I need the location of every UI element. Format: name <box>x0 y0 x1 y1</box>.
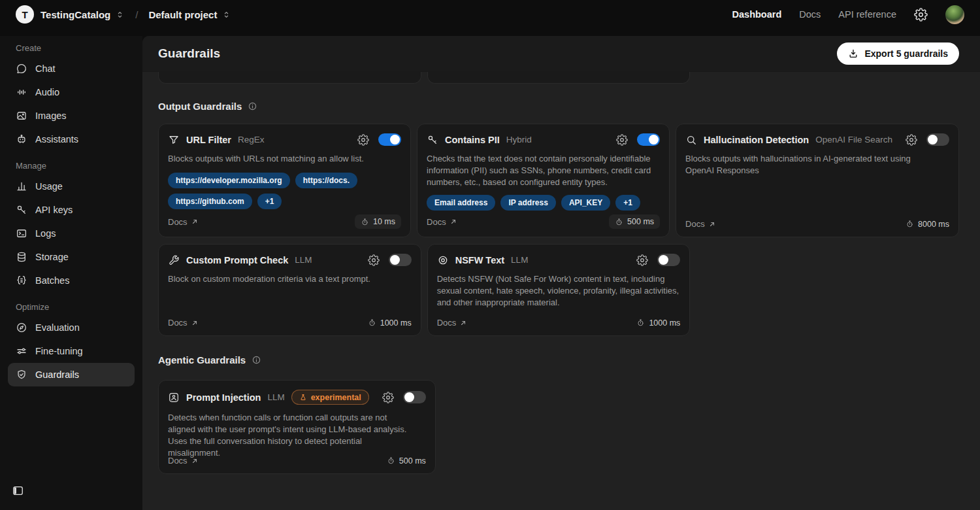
storage-icon <box>16 251 27 263</box>
docs-link[interactable]: Docs <box>168 318 199 328</box>
card-type: LLM <box>295 255 312 265</box>
nav-dashboard[interactable]: Dashboard <box>732 9 782 20</box>
arrow-up-right-icon <box>449 218 457 226</box>
page-header: Guardrails Export 5 guardrails <box>142 36 980 72</box>
tag-list: https://developer.mozilla.org https://do… <box>168 173 401 209</box>
download-icon <box>848 48 858 59</box>
topbar-nav: Dashboard Docs API reference <box>732 5 964 24</box>
tag[interactable]: Email address <box>427 195 495 211</box>
export-guardrails-button[interactable]: Export 5 guardrails <box>837 42 959 65</box>
card-toggle[interactable] <box>926 133 949 146</box>
tag[interactable]: https://docs. <box>295 173 357 188</box>
tag[interactable]: API_KEY <box>561 195 610 211</box>
settings-gear-button[interactable] <box>914 8 928 22</box>
docs-link[interactable]: Docs <box>168 217 199 227</box>
info-icon[interactable] <box>248 101 257 111</box>
gear-icon <box>382 392 394 403</box>
sidebar-item-audio[interactable]: Audio <box>8 80 135 104</box>
docs-link[interactable]: Docs <box>685 219 716 229</box>
card-settings-button[interactable] <box>616 134 628 146</box>
guardrail-card-hallucination-detection: Hallucination Detection OpenAI File Sear… <box>676 124 959 237</box>
card-toggle[interactable] <box>657 254 680 266</box>
tag-more[interactable]: +1 <box>257 194 282 209</box>
user-avatar[interactable] <box>945 5 964 24</box>
clipped-card-row <box>158 72 959 84</box>
card-type: LLM <box>267 392 284 402</box>
sidebar-item-usage[interactable]: Usage <box>8 175 135 198</box>
sidebar-section-manage: Manage <box>0 156 142 175</box>
docs-link[interactable]: Docs <box>427 217 457 227</box>
user-badge-icon <box>168 392 180 403</box>
card-title: NSFW Text <box>455 255 504 265</box>
section-title-agentic-guardrails: Agentic Guardrails <box>158 354 959 366</box>
guardrails-shield-icon <box>16 369 27 381</box>
latency-badge: 10 ms <box>355 214 401 229</box>
sidebar-item-api-keys[interactable]: API keys <box>8 198 135 222</box>
card-settings-button[interactable] <box>382 392 394 403</box>
sidebar-section-create: Create <box>0 39 142 57</box>
gear-icon <box>616 134 628 146</box>
sidebar-item-evaluation[interactable]: Evaluation <box>8 316 135 339</box>
card-title: Contains PII <box>445 135 500 145</box>
org-switcher[interactable]: TestingCatalog <box>41 9 125 20</box>
card-settings-button[interactable] <box>357 134 369 146</box>
gear-icon <box>357 134 369 146</box>
project-switcher[interactable]: Default project <box>148 9 231 20</box>
guardrail-card-url-filter: URL Filter RegEx Blocks outputs with URL… <box>158 124 411 237</box>
sidebar: Create Chat Audio Images Assistants Mana… <box>0 36 142 510</box>
info-icon[interactable] <box>252 355 261 365</box>
stopwatch-icon <box>906 220 914 228</box>
latency-badge: 1000 ms <box>636 318 680 328</box>
flask-icon <box>299 394 307 401</box>
card-toggle[interactable] <box>637 133 660 146</box>
sidebar-item-images[interactable]: Images <box>8 104 135 128</box>
nav-api-reference[interactable]: API reference <box>838 9 896 20</box>
breadcrumb: T TestingCatalog / Default project <box>16 5 231 24</box>
card-title: URL Filter <box>186 135 231 145</box>
card-description: Block on custom moderation criteria via … <box>168 273 412 285</box>
project-name: Default project <box>148 9 217 20</box>
tag[interactable]: https://github.com <box>168 194 252 209</box>
sidebar-item-assistants[interactable]: Assistants <box>8 128 135 151</box>
tag-more[interactable]: +1 <box>615 195 640 211</box>
page-title: Guardrails <box>158 46 220 61</box>
guardrail-card-prompt-injection: Prompt Injection LLM experimental Detect… <box>158 380 436 474</box>
sidebar-item-logs[interactable]: Logs <box>8 222 135 245</box>
sidebar-item-guardrails[interactable]: Guardrails <box>8 363 135 386</box>
tag[interactable]: IP address <box>500 195 555 211</box>
app-root: T TestingCatalog / Default project Dashb… <box>0 0 980 510</box>
breadcrumb-separator: / <box>135 9 138 20</box>
docs-link[interactable]: Docs <box>168 456 199 466</box>
card-description: Blocks outputs with URLs not matching an… <box>168 153 401 165</box>
org-name: TestingCatalog <box>41 9 110 20</box>
card-title: Hallucination Detection <box>704 135 809 145</box>
scroll-content: Output Guardrails URL Filter RegEx <box>142 72 980 510</box>
card-settings-button[interactable] <box>906 134 917 146</box>
card-toggle[interactable] <box>389 254 412 266</box>
sidebar-item-fine-tuning[interactable]: Fine-tuning <box>8 339 135 363</box>
latency-badge: 1000 ms <box>368 318 412 328</box>
arrow-up-right-icon <box>459 319 467 327</box>
card-settings-button[interactable] <box>636 254 648 266</box>
key-icon <box>427 134 438 146</box>
chevrons-updown-icon <box>221 10 231 20</box>
card-toggle[interactable] <box>378 133 401 146</box>
card-type: Hybrid <box>506 135 532 144</box>
sidebar-collapse-button[interactable] <box>12 484 24 497</box>
clipped-card <box>158 72 421 84</box>
chevrons-updown-icon <box>115 10 125 20</box>
docs-link[interactable]: Docs <box>437 318 468 328</box>
guardrail-card-nsfw-text: NSFW Text LLM Detects NSFW (Not Safe For… <box>427 244 691 336</box>
assistants-icon <box>16 133 27 145</box>
sidebar-item-storage[interactable]: Storage <box>8 245 135 269</box>
gear-icon <box>914 8 928 22</box>
tag[interactable]: https://developer.mozilla.org <box>168 173 290 188</box>
nav-docs[interactable]: Docs <box>799 9 821 20</box>
arrow-up-right-icon <box>708 220 716 228</box>
card-toggle[interactable] <box>403 391 426 403</box>
sidebar-item-batches[interactable]: Batches <box>8 269 135 292</box>
card-settings-button[interactable] <box>368 254 380 266</box>
org-avatar[interactable]: T <box>16 5 34 24</box>
sidebar-item-chat[interactable]: Chat <box>8 57 135 80</box>
stopwatch-icon <box>361 218 369 226</box>
